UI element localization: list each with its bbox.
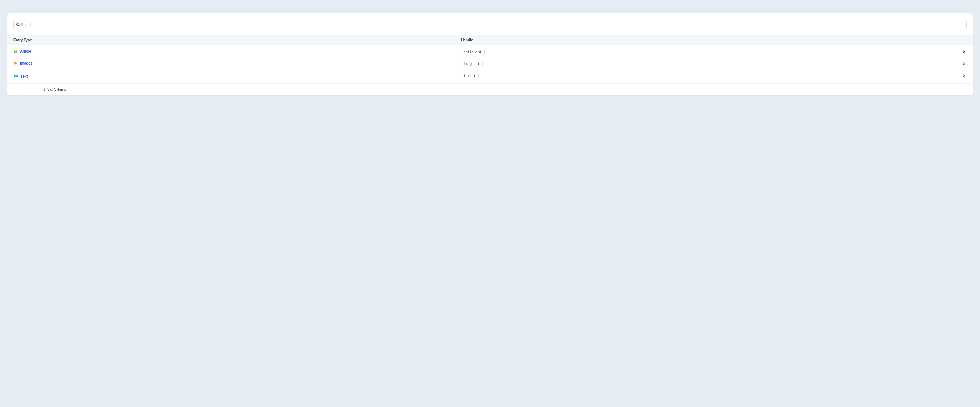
entry-type-link-article[interactable]: Article xyxy=(13,49,31,53)
svg-rect-7 xyxy=(479,51,481,53)
column-header-actions xyxy=(858,35,973,45)
remove-entry-type-button[interactable] xyxy=(961,49,967,54)
newspaper-icon xyxy=(13,49,18,53)
clipboard-icon xyxy=(479,51,482,54)
table-row: Images images xyxy=(7,58,973,70)
pagination-summary: 1–3 of 3 items xyxy=(43,87,66,91)
clipboard-icon xyxy=(477,62,480,66)
camera-icon xyxy=(13,61,18,65)
table-row: Aa Text text xyxy=(7,70,973,82)
close-icon xyxy=(963,62,966,65)
entry-types-table: Entry Type Handle xyxy=(7,35,973,82)
handle-text: article xyxy=(463,50,477,54)
svg-line-1 xyxy=(19,25,20,27)
handle-text: images xyxy=(463,62,476,66)
entry-type-label: Text xyxy=(21,74,28,78)
close-icon xyxy=(963,74,966,77)
svg-rect-18 xyxy=(474,75,476,77)
svg-rect-3 xyxy=(16,51,17,52)
entry-type-link-text[interactable]: Aa Text xyxy=(13,74,28,78)
svg-rect-6 xyxy=(14,51,16,52)
text-icon: Aa xyxy=(13,74,18,78)
svg-rect-12 xyxy=(16,63,17,64)
svg-rect-19 xyxy=(474,74,475,75)
column-header-handle[interactable]: Handle xyxy=(461,35,857,45)
entry-type-label: Article xyxy=(20,49,31,53)
chevron-left-icon xyxy=(19,87,21,91)
pagination-next-button[interactable] xyxy=(33,87,38,92)
svg-point-0 xyxy=(17,23,19,26)
entry-type-link-images[interactable]: Images xyxy=(13,61,32,65)
search-bar-wrap xyxy=(7,13,973,35)
handle-chip-article[interactable]: article xyxy=(461,49,485,55)
remove-entry-type-button[interactable] xyxy=(961,73,967,78)
svg-rect-8 xyxy=(480,51,480,51)
svg-rect-5 xyxy=(14,51,16,51)
pagination-prev-button[interactable] xyxy=(17,87,22,92)
svg-rect-15 xyxy=(478,62,479,63)
table-row: Article article xyxy=(7,45,973,58)
search-bar[interactable] xyxy=(13,20,967,29)
entry-types-panel: Entry Type Handle xyxy=(6,13,974,96)
remove-entry-type-button[interactable] xyxy=(961,61,967,67)
svg-point-13 xyxy=(14,63,16,64)
handle-chip-images[interactable]: images xyxy=(461,60,483,67)
svg-rect-14 xyxy=(478,63,479,65)
close-icon xyxy=(963,50,966,53)
handle-text: text xyxy=(463,74,471,78)
column-header-entry-type[interactable]: Entry Type xyxy=(7,35,461,45)
chevron-right-icon xyxy=(35,87,37,91)
svg-rect-4 xyxy=(14,51,16,51)
handle-chip-text[interactable]: text xyxy=(461,73,479,79)
clipboard-icon xyxy=(473,74,476,78)
table-header-row: Entry Type Handle xyxy=(7,35,973,45)
search-input[interactable] xyxy=(21,20,964,29)
entry-type-label: Images xyxy=(20,61,32,65)
pagination-footer: 1–3 of 3 items xyxy=(7,83,973,95)
search-icon xyxy=(16,22,20,27)
